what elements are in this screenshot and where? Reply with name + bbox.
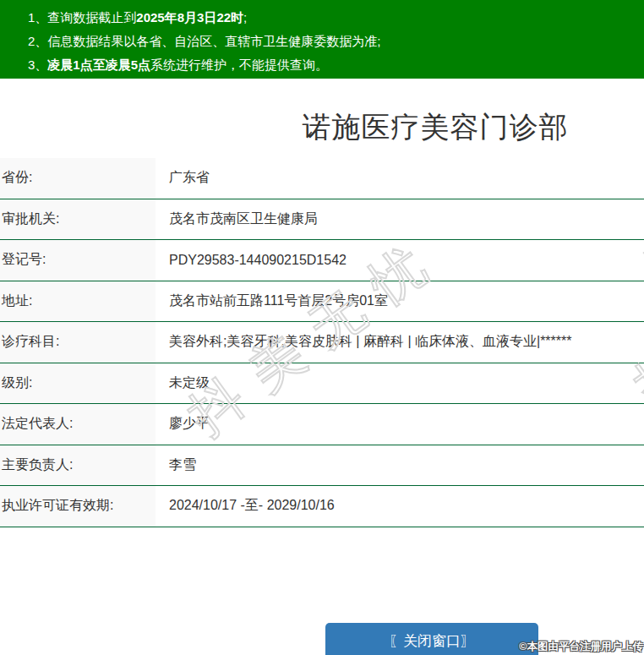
notice-line-1-num: 1、: [28, 10, 47, 25]
row-value: 美容外科;美容牙科;美容皮肤科 | 麻醉科 | 临床体液、血液专业|******: [156, 322, 644, 363]
row-value: 李雪: [156, 445, 644, 486]
notice-line-3-post: 系统进行维护，不能提供查询。: [150, 57, 328, 72]
table-row-approval-authority: 审批机关: 茂名市茂南区卫生健康局: [0, 199, 644, 241]
clinic-title: 诺施医疗美容门诊部: [226, 108, 644, 147]
table-row-registration-number: 登记号: PDY29583-144090215D1542: [0, 240, 644, 281]
close-window-button[interactable]: 〖关闭窗口〗: [325, 623, 538, 655]
row-label: 执业许可证有效期:: [0, 486, 156, 527]
row-label: 地址:: [0, 281, 156, 322]
row-value: 茂名市茂南区卫生健康局: [156, 199, 644, 240]
row-value: 广东省: [156, 158, 644, 199]
row-label: 级别:: [0, 363, 156, 404]
row-value: PDY29583-144090215D1542: [156, 240, 644, 281]
notice-line-1: 1、查询数据截止到2025年8月3日22时;: [28, 6, 636, 30]
notice-line-1-post: ;: [243, 10, 247, 25]
row-value: 廖少平: [156, 404, 644, 445]
copyright-watermark: ©本图由平台注册用户上传: [519, 640, 643, 654]
row-label: 法定代表人:: [0, 404, 156, 445]
row-value: 茂名市站前五路111号首层2号房01室: [156, 281, 644, 322]
row-value: 2024/10/17 -至- 2029/10/16: [156, 486, 644, 527]
table-row-main-person-in-charge: 主要负责人: 李雪: [0, 445, 644, 487]
row-value: 未定级: [156, 363, 644, 404]
row-label: 主要负责人:: [0, 445, 156, 486]
table-row-license-validity: 执业许可证有效期: 2024/10/17 -至- 2029/10/16: [0, 486, 644, 527]
notice-line-3-num: 3、: [28, 57, 47, 72]
table-row-province: 省份: 广东省: [0, 158, 644, 199]
table-row-medical-subjects: 诊疗科目: 美容外科;美容牙科;美容皮肤科 | 麻醉科 | 临床体液、血液专业|…: [0, 322, 644, 363]
notice-banner: 1、查询数据截止到2025年8月3日22时; 2、信息数据结果以各省、自治区、直…: [0, 0, 644, 79]
row-label: 省份:: [0, 158, 156, 199]
notice-line-2-text: 信息数据结果以各省、自治区、直辖市卫生健康委数据为准;: [47, 34, 380, 48]
notice-line-1-bold: 2025年8月3日22时: [136, 10, 243, 25]
notice-line-1-text: 查询数据截止到: [47, 10, 136, 25]
notice-line-3: 3、凌晨1点至凌晨5点系统进行维护，不能提供查询。: [28, 53, 636, 77]
notice-line-2: 2、信息数据结果以各省、自治区、直辖市卫生健康委数据为准;: [28, 30, 636, 53]
notice-line-2-num: 2、: [28, 34, 47, 48]
clinic-info-table: 省份: 广东省 审批机关: 茂名市茂南区卫生健康局 登记号: PDY29583-…: [0, 158, 644, 527]
table-row-legal-representative: 法定代表人: 廖少平: [0, 404, 644, 445]
row-label: 诊疗科目:: [0, 322, 156, 363]
row-label: 登记号:: [0, 240, 156, 281]
row-label: 审批机关:: [0, 199, 156, 240]
table-row-address: 地址: 茂名市站前五路111号首层2号房01室: [0, 281, 644, 323]
table-row-level: 级别: 未定级: [0, 363, 644, 405]
notice-line-3-bold: 凌晨1点至凌晨5点: [47, 57, 150, 72]
